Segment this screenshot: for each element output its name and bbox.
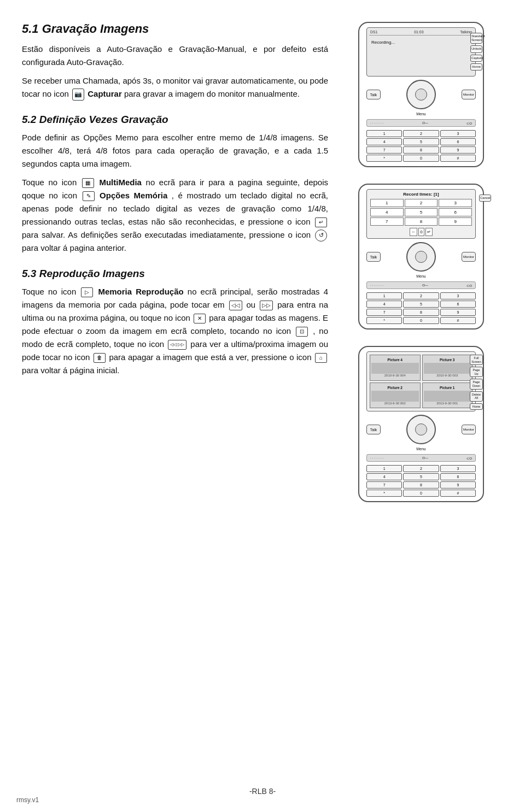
section2-mid3: para salvar. As definições serão executa… [22,230,314,239]
d3-key-6[interactable]: 6 [440,473,476,480]
device1-nav-circle[interactable] [406,80,436,109]
record-cell-enter[interactable]: ↵ [425,228,433,236]
left-column: 5.1 Gravação Imagens Estão disponíveis a… [22,22,339,779]
record-cell-back[interactable]: ← [410,228,417,236]
d3-key-7[interactable]: 7 [366,481,402,489]
record-cell-3[interactable]: 3 [439,199,472,207]
section3-ou: ou [246,300,259,309]
key-6[interactable]: 6 [440,138,476,145]
d2-key-hash[interactable]: # [440,317,476,324]
device3-strip-dots: · · · · · · · · [370,456,384,460]
device2-talk-btn[interactable]: Talk [366,252,381,262]
device3-pic3-img [424,363,471,374]
d2-key-7[interactable]: 7 [366,309,402,316]
record-cell-5[interactable]: 5 [405,208,438,216]
key-hash[interactable]: # [440,155,476,162]
device3-picture2: Picture 2 2013-9-30 002 [370,383,421,409]
record-cell-8[interactable]: 8 [405,217,438,226]
device1-buttons-row: Talk Monitor [366,80,476,109]
key-8[interactable]: 8 [403,146,439,154]
d2-key-5[interactable]: 5 [403,301,439,308]
record-cell-2[interactable]: 2 [405,199,438,207]
delete-image-icon: 🗑 [94,353,106,363]
delete-all-icon: ✕ [194,314,206,323]
device3-talk-btn[interactable]: Talk [366,425,381,434]
key-7[interactable]: 7 [366,146,402,154]
d3-key-star[interactable]: * [366,490,402,497]
d3-key-9[interactable]: 9 [440,481,476,489]
device3-fullscreen-btn[interactable]: FullScreen [470,355,483,365]
device3-pic2-img [371,391,419,402]
key-0[interactable]: 0 [403,155,439,162]
d2-key-4[interactable]: 4 [366,301,402,308]
section2-multimedia-label: MultiMedia [99,178,142,187]
device2-cancel-btn[interactable]: Cancel [479,195,491,202]
d3-key-5[interactable]: 5 [403,473,439,480]
back-icon: ↺ [315,230,327,242]
device1-recording-label: Recording... [369,37,473,48]
d3-key-1[interactable]: 1 [366,465,402,472]
device2-nav-circle[interactable] [406,242,436,272]
device3-home-btn[interactable]: Home [470,403,483,410]
device1-unlock-btn[interactable]: Unlock [470,45,482,52]
record-cell-6[interactable]: 6 [439,208,472,216]
device1-status-bar: DS1 01:03 Talking [369,30,473,36]
section2-toque-start: Toque no icon [22,178,81,187]
device2-screen: Record times: [1] 1 2 3 4 5 6 7 8 9 [366,189,476,239]
opcoes-icon: ✎ [83,191,95,201]
section3-toque-start: Toque no icon [22,287,80,296]
device3-pic3-date: 2010-9-30 003 [436,374,458,377]
d2-key-9[interactable]: 9 [440,309,476,316]
device3-monitor-btn[interactable]: Monitor [462,425,476,434]
device1-home-btn[interactable]: Home [470,63,482,70]
d3-key-4[interactable]: 4 [366,473,402,480]
key-5[interactable]: 5 [403,138,439,145]
section2-opcoes-label: Opções Memória [100,191,167,200]
d2-key-3[interactable]: 3 [440,292,476,299]
record-cell-0[interactable]: 0 [418,228,424,236]
device3-side-icons: FullScreen PageUp PageDown DeleteAll Hom… [470,355,483,410]
device1-capture-btn[interactable]: Capture [470,55,482,62]
record-cell-4[interactable]: 4 [370,208,404,216]
section3-para1: Toque no icon ▷ Memoria Reprodução no ec… [22,285,328,377]
device3-pageup-btn[interactable]: PageUp [470,367,483,377]
device3-nav-circle[interactable] [406,415,436,444]
device3-menu-label: Menu [366,447,476,451]
device1-monitor-btn[interactable]: Monitor [462,90,476,99]
d2-key-1[interactable]: 1 [366,292,402,299]
d2-key-2[interactable]: 2 [403,292,439,299]
device3-deleteall-btn[interactable]: DeleteAll [470,391,483,402]
key-4[interactable]: 4 [366,138,402,145]
device3-screen: Picture 4 2010-9-30 004 Picture 3 2010-9… [366,351,476,411]
section3-memoria-label: Memoria Reprodução [98,287,183,296]
d3-key-hash[interactable]: # [440,490,476,497]
key-1[interactable]: 1 [366,130,402,137]
device2-strip-dots: · · · · · · · · [370,284,384,287]
device2-record-grid: 1 2 3 4 5 6 7 8 9 [370,199,472,226]
key-2[interactable]: 2 [403,130,439,137]
d2-key-8[interactable]: 8 [403,309,439,316]
device1-talk-btn[interactable]: Talk [366,90,381,99]
section3-title: 5.3 Reprodução Imagens [22,268,328,280]
device1-standard-screen-btn[interactable]: StandardScreen [470,33,482,44]
device3-pagedown-btn[interactable]: PageDown [470,379,483,389]
nav-icons: ◁◁ ▷▷ [168,340,186,350]
key-star[interactable]: * [366,155,402,162]
d3-key-3[interactable]: 3 [440,465,476,472]
play-icon: ▷ [81,287,93,297]
device2-menu-label: Menu [366,274,476,278]
d2-key-0[interactable]: 0 [403,317,439,324]
record-cell-1[interactable]: 1 [370,199,404,207]
d3-key-8[interactable]: 8 [403,481,439,489]
d2-key-star[interactable]: * [366,317,402,324]
key-9[interactable]: 9 [440,146,476,154]
device2-monitor-btn[interactable]: Monitor [462,252,476,262]
d3-key-0[interactable]: 0 [403,490,439,497]
key-3[interactable]: 3 [440,130,476,137]
d3-key-2[interactable]: 2 [403,465,439,472]
record-cell-7[interactable]: 7 [370,217,404,226]
record-cell-9[interactable]: 9 [439,217,472,226]
device3-strip-key2: ⊂O [466,456,472,460]
prev-page-icon: ◁◁ [229,301,242,310]
d2-key-6[interactable]: 6 [440,301,476,308]
